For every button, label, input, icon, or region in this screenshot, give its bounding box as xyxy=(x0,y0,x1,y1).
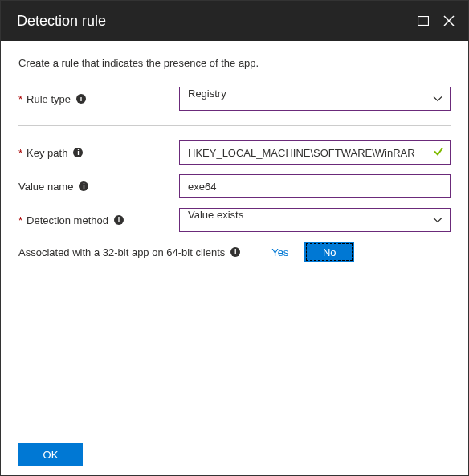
label-text: Value name xyxy=(18,181,73,193)
key-path-row: * Key path i xyxy=(18,140,451,165)
header-actions xyxy=(417,14,455,27)
yes-no-toggle: Yes No xyxy=(255,242,354,262)
info-icon[interactable]: i xyxy=(114,215,124,225)
detection-method-input-col: Value exists xyxy=(179,208,451,232)
rule-type-select[interactable]: Registry xyxy=(179,87,451,111)
detection-rule-panel: Detection rule Create a rule that indica… xyxy=(0,0,469,476)
key-path-input[interactable] xyxy=(179,140,451,165)
value-name-label: Value name i xyxy=(18,181,179,193)
label-text: Detection method xyxy=(27,214,108,226)
info-icon[interactable]: i xyxy=(230,247,240,257)
label-text: Rule type xyxy=(27,93,71,105)
association-label: Associated with a 32-bit app on 64-bit c… xyxy=(18,246,240,258)
key-path-label: * Key path i xyxy=(18,147,179,159)
panel-description: Create a rule that indicates the presenc… xyxy=(18,57,451,69)
rule-type-label: * Rule type i xyxy=(18,93,179,105)
close-icon[interactable] xyxy=(442,14,455,27)
toggle-no-button[interactable]: No xyxy=(304,242,354,262)
info-icon[interactable]: i xyxy=(79,181,88,191)
rule-type-row: * Rule type i Registry xyxy=(18,87,451,126)
value-name-input-col xyxy=(179,174,451,198)
info-icon[interactable]: i xyxy=(73,148,83,157)
panel-body: Create a rule that indicates the presenc… xyxy=(1,41,468,433)
ok-button[interactable]: OK xyxy=(18,443,83,466)
detection-method-row: * Detection method i Value exists xyxy=(18,208,451,232)
required-indicator: * xyxy=(18,93,22,105)
toggle-yes-button[interactable]: Yes xyxy=(255,242,304,262)
panel-title: Detection rule xyxy=(17,13,106,30)
required-indicator: * xyxy=(18,214,22,226)
value-name-row: Value name i xyxy=(18,174,451,198)
panel-footer: OK xyxy=(1,433,468,475)
svg-rect-0 xyxy=(418,17,429,26)
label-text: Associated with a 32-bit app on 64-bit c… xyxy=(18,246,225,258)
label-text: Key path xyxy=(27,147,67,159)
detection-method-value: Value exists xyxy=(179,208,451,232)
value-name-input[interactable] xyxy=(179,174,451,198)
rule-type-input-col: Registry xyxy=(179,87,451,111)
required-indicator: * xyxy=(18,147,22,159)
rule-type-value: Registry xyxy=(179,87,451,111)
panel-header: Detection rule xyxy=(1,1,468,41)
detection-method-select[interactable]: Value exists xyxy=(179,208,451,232)
maximize-icon[interactable] xyxy=(417,14,430,27)
info-icon[interactable]: i xyxy=(76,94,86,104)
detection-method-label: * Detection method i xyxy=(18,214,179,226)
key-path-input-col xyxy=(179,140,451,165)
association-row: Associated with a 32-bit app on 64-bit c… xyxy=(18,242,451,262)
